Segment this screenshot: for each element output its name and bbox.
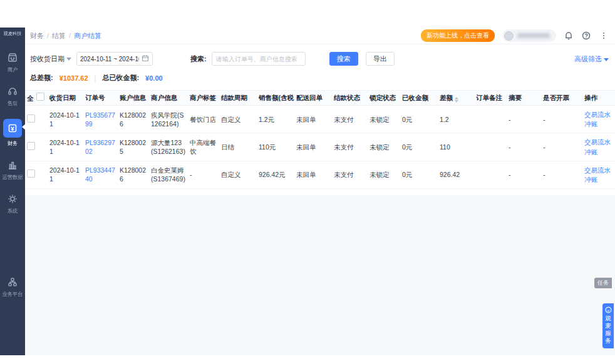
new-feature-badge[interactable]: 新功能上线，点击查看 — [421, 29, 495, 42]
main-content: 财务 / 结算 / 商户结算 新功能上线，点击查看 — [25, 28, 615, 355]
cell-received: 0元 — [400, 133, 438, 161]
sidebar-item-finance[interactable]: 财务 — [0, 116, 25, 151]
advanced-filter-label: 高级筛选 — [574, 54, 602, 64]
cell-date: 2024-10-11 — [48, 161, 83, 188]
help-icon[interactable] — [581, 31, 591, 41]
col-invoiced: 是否开票 — [541, 91, 582, 106]
cell-remark — [474, 133, 507, 161]
sidebar-item-system[interactable]: 系统 — [0, 190, 25, 219]
more-menu-icon[interactable] — [599, 31, 609, 41]
breadcrumb-separator: / — [47, 32, 49, 39]
action-link[interactable]: 冲账 — [584, 119, 613, 128]
cell-tag: 餐饮门店 — [188, 106, 219, 133]
cell-pay-status: 未支付 — [332, 133, 368, 161]
cell-merchant: 疾风学院(S1262164) — [149, 106, 188, 133]
cell-summary: - — [507, 106, 541, 133]
cell-received: 0元 — [400, 106, 438, 133]
action-link[interactable]: 交易流水 — [584, 166, 613, 174]
action-link[interactable]: 交易流水 — [584, 110, 613, 119]
cell-account: K1280026 — [118, 106, 149, 133]
cell-sales: 1.2元 — [257, 106, 294, 133]
cell-invoiced: - — [541, 133, 582, 161]
notification-icon[interactable] — [564, 31, 574, 41]
sidebar-item-label: 售后 — [8, 100, 18, 108]
table-row: 2024-10-11PL93344740K1280026白金史莱姆(S13674… — [25, 161, 615, 188]
sidebar-item-business-platform[interactable]: 业务平台 — [0, 273, 25, 302]
cell-invoiced: - — [541, 106, 582, 133]
col-delivery-receipt: 配送回单 — [294, 91, 332, 106]
breadcrumb-item[interactable]: 财务 — [30, 31, 44, 41]
table-body: 2024-10-11PL93567799K1280026疾风学院(S126216… — [25, 106, 615, 189]
cell-receipt: 未回单 — [294, 106, 332, 133]
col-sales: 销售额(含税, 元) — [257, 91, 294, 106]
row-checkbox[interactable] — [27, 142, 35, 150]
avatar — [504, 31, 514, 41]
search-label: 搜索: — [190, 54, 207, 64]
total-diff-label: 总差额: — [30, 73, 53, 83]
date-range-picker[interactable] — [76, 52, 153, 66]
order-number-link[interactable]: PL93344740 — [85, 166, 115, 183]
row-checkbox[interactable] — [27, 169, 35, 178]
col-summary: 摘要 — [507, 91, 541, 106]
row-checkbox[interactable] — [27, 114, 35, 123]
user-account-pill[interactable] — [502, 29, 556, 42]
content-background — [25, 195, 615, 355]
sidebar-item-aftersales[interactable]: 售后 — [0, 83, 25, 111]
search-input[interactable] — [212, 52, 306, 66]
cell-diff: 1.2 — [438, 106, 474, 133]
sidebar: 观麦科技 商户 售后 财务 — [0, 28, 25, 355]
service-ribbon-text: 观麦服务 — [605, 315, 611, 345]
storefront-icon — [6, 51, 19, 64]
cell-tag: 中高端餐饮 — [188, 133, 219, 161]
col-received: 已收金额 — [400, 91, 438, 106]
cell-account: K1280026 — [118, 161, 149, 188]
sidebar-item-label: 商户 — [8, 66, 18, 74]
breadcrumb-separator: / — [69, 32, 71, 39]
breadcrumb: 财务 / 结算 / 商户结算 — [30, 31, 101, 41]
cell-tag: - — [188, 161, 219, 188]
breadcrumb-item[interactable]: 结算 — [52, 31, 66, 41]
action-link[interactable]: 交易流水 — [584, 138, 613, 146]
cell-remark — [474, 161, 507, 188]
customer-service-ribbon[interactable]: 观麦服务 — [602, 303, 614, 348]
col-pay-status: 结款状态 — [332, 91, 368, 106]
export-button[interactable]: 导出 — [366, 52, 395, 66]
col-merchant: 商户信息 — [149, 91, 188, 106]
date-type-select[interactable]: 按收货日期 — [30, 54, 71, 64]
sidebar-item-operations-data[interactable]: 运营数据 — [0, 156, 25, 185]
cell-pay-status: 未支付 — [332, 161, 368, 188]
settlement-table: 全 收货日期 订单号 账户信息 商户信息 商户标签 结款周期 销售额(含税, 元… — [25, 90, 615, 189]
action-link[interactable]: 冲账 — [584, 175, 613, 184]
chevron-down-icon — [604, 58, 609, 61]
cell-summary: - — [507, 133, 541, 161]
col-lock-status: 锁定状态 — [368, 91, 400, 106]
cell-receipt: 未回单 — [294, 161, 332, 188]
cell-order-no: PL93629702 — [83, 133, 118, 161]
sidebar-item-merchant[interactable]: 商户 — [0, 49, 25, 78]
cell-actions: 交易流水冲账 — [582, 133, 615, 161]
active-item-arrow — [22, 124, 26, 130]
date-type-label: 按收货日期 — [30, 54, 65, 64]
col-diff[interactable]: 差额 — [438, 91, 474, 106]
cell-cycle: 自定义 — [219, 106, 257, 133]
action-link[interactable]: 冲账 — [584, 148, 613, 156]
order-number-link[interactable]: PL93629702 — [85, 139, 115, 155]
advanced-filter-toggle[interactable]: 高级筛选 — [574, 54, 609, 64]
cell-lock-status: 未锁定 — [368, 161, 400, 188]
order-number-link[interactable]: PL93567799 — [85, 111, 115, 128]
cell-date: 2024-10-11 — [48, 133, 83, 161]
sidebar-item-label: 业务平台 — [2, 291, 23, 298]
task-tag[interactable]: 任务 — [594, 278, 612, 288]
gear-icon — [6, 193, 19, 205]
date-range-input[interactable] — [80, 56, 139, 63]
cell-lock-status: 未锁定 — [368, 106, 400, 133]
col-receive-date: 收货日期 — [48, 91, 83, 106]
user-name-redacted — [517, 33, 550, 38]
bar-chart-icon — [6, 159, 19, 171]
sort-icon[interactable] — [455, 97, 458, 103]
select-all-checkbox[interactable] — [36, 93, 44, 101]
cell-actions: 交易流水冲账 — [582, 161, 615, 188]
top-bar: 财务 / 结算 / 商户结算 新功能上线，点击查看 — [25, 28, 615, 44]
search-button[interactable]: 搜索 — [329, 52, 358, 66]
col-actions: 操作 — [582, 91, 615, 106]
